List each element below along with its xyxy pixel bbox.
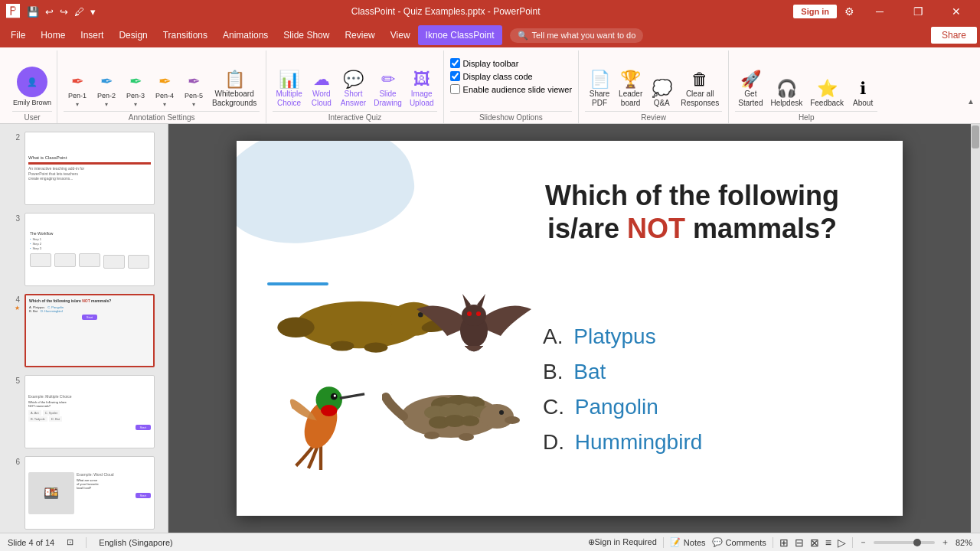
- share-pdf-button[interactable]: 📄 SharePDF: [585, 57, 614, 109]
- avatar-image: 👤: [17, 67, 47, 97]
- zoom-in-icon[interactable]: ＋: [941, 536, 949, 548]
- language-status[interactable]: English (Singapore): [99, 538, 173, 547]
- menu-file[interactable]: File: [3, 25, 33, 45]
- tell-me-bar[interactable]: 🔍 Tell me what you want to do: [510, 28, 644, 43]
- svg-point-17: [334, 394, 336, 396]
- display-toolbar-input[interactable]: [450, 58, 460, 68]
- close-button[interactable]: ✕: [939, 0, 974, 23]
- multiple-choice-button[interactable]: 📊 MultipleChoice: [273, 57, 305, 109]
- zoom-thumb[interactable]: [913, 539, 921, 546]
- about-button[interactable]: ℹ About: [848, 57, 877, 109]
- customize-icon[interactable]: 🖊: [72, 5, 87, 19]
- display-class-code-input[interactable]: [450, 71, 460, 81]
- menu-review[interactable]: Review: [337, 25, 382, 45]
- svg-point-12: [476, 311, 481, 316]
- status-separator-2: [663, 537, 664, 548]
- display-toolbar-label: Display toolbar: [463, 59, 519, 68]
- save-icon[interactable]: 💾: [24, 5, 41, 19]
- minimize-button[interactable]: ─: [862, 0, 897, 23]
- helpdesk-button[interactable]: 🎧 Helpdesk: [768, 57, 806, 109]
- short-answer-button[interactable]: 💬 ShortAnswer: [338, 57, 369, 109]
- qa-label: Q&A: [654, 99, 670, 108]
- slide-sorter-icon[interactable]: ⊠: [810, 536, 819, 549]
- reading-view-icon[interactable]: ▷: [838, 536, 846, 549]
- whiteboard-bg-button[interactable]: 📋 Whiteboard Backgrounds: [209, 57, 260, 109]
- slide-thumb-6[interactable]: 6 🍱 Example: Word Cloud What are someof …: [3, 455, 165, 531]
- slideshow-checkboxes: Display toolbar Display class code Enabl…: [450, 55, 572, 97]
- qa-button[interactable]: 💭 Q&A: [647, 57, 676, 109]
- status-separator-3: [773, 537, 773, 548]
- outline-view-icon[interactable]: ⊟: [795, 536, 804, 549]
- slide-image-5: Example: Multiple Choice Which of the fo…: [24, 375, 155, 448]
- redo-icon[interactable]: ↪: [57, 5, 70, 19]
- slide-num-4: 4: [9, 294, 20, 304]
- zoom-out-icon[interactable]: －: [859, 536, 867, 548]
- svg-point-3: [277, 318, 314, 337]
- slide-thumb-4[interactable]: 4 ★ Which of the following is/are NOT ma…: [3, 292, 165, 369]
- leaderboard-button[interactable]: 🏆 Leaderboard: [616, 57, 645, 109]
- clear-responses-button[interactable]: 🗑 Clear allResponses: [678, 57, 722, 109]
- answer-b: B. Bat: [543, 360, 702, 384]
- status-right: ⊕Sign in Required 📝 Notes 💬 Comments ⊞ ⊟…: [588, 536, 972, 549]
- slide-thumb-5[interactable]: 5 Example: Multiple Choice Which of the …: [3, 373, 165, 450]
- settings-icon[interactable]: ⚙: [840, 5, 859, 18]
- scrollbar-thumb[interactable]: [972, 126, 979, 148]
- menubar: File Home Insert Design Transitions Anim…: [0, 23, 980, 47]
- zoom-slider[interactable]: [874, 541, 935, 544]
- menu-insert[interactable]: Insert: [73, 25, 111, 45]
- normal-view-icon[interactable]: ⊞: [779, 536, 789, 549]
- word-cloud-button[interactable]: ☁ WordCloud: [307, 57, 336, 109]
- menu-view[interactable]: View: [383, 25, 418, 45]
- notes-button[interactable]: 📝 Notes: [670, 537, 706, 547]
- enable-audience-viewer-checkbox[interactable]: Enable audience slide viewer: [450, 84, 572, 94]
- right-scrollbar[interactable]: [971, 124, 980, 533]
- pen2-button[interactable]: ✒ Pen-2 ▾: [93, 57, 120, 109]
- share-pdf-icon: 📄: [590, 71, 610, 88]
- slide-thumb-2[interactable]: 2 What is ClassPoint An interactive teac…: [3, 130, 165, 207]
- pen1-label: Pen-1: [68, 92, 87, 99]
- dropdown-icon[interactable]: ▾: [88, 5, 98, 19]
- pen5-label: Pen-5: [185, 92, 203, 99]
- ribbon-collapse-button[interactable]: ▲: [965, 95, 977, 107]
- svg-point-33: [424, 432, 439, 439]
- slide-thumb-3[interactable]: 3 The Workflow • Step 1 • Step 2 • Step …: [3, 211, 165, 288]
- zoom-level[interactable]: 82%: [956, 538, 972, 547]
- user-avatar[interactable]: 👤 Emily Brown: [12, 64, 52, 109]
- display-class-code-checkbox[interactable]: Display class code: [450, 71, 572, 81]
- fit-to-window-icon[interactable]: ⊡: [67, 537, 74, 547]
- get-started-button[interactable]: 🚀 GetStarted: [735, 57, 766, 109]
- slide-drawing-button[interactable]: ✏ SlideDrawing: [371, 57, 405, 109]
- notes-view-icon[interactable]: ≡: [825, 536, 831, 549]
- pen2-icon: ✒: [100, 72, 113, 90]
- sign-in-required[interactable]: ⊕Sign in Required: [588, 537, 657, 547]
- undo-icon[interactable]: ↩: [43, 5, 56, 19]
- comments-button[interactable]: 💬 Comments: [712, 537, 766, 547]
- pen5-button[interactable]: ✒ Pen-5 ▾: [180, 57, 207, 109]
- window-title: ClassPoint - Quiz Examples.pptx - PowerP…: [98, 6, 793, 17]
- feedback-button[interactable]: ⭐ Feedback: [807, 57, 847, 109]
- menu-design[interactable]: Design: [111, 25, 155, 45]
- slide-panel[interactable]: 2 What is ClassPoint An interactive teac…: [0, 124, 168, 533]
- slide-num-2: 2: [9, 132, 20, 142]
- pen1-button[interactable]: ✒ Pen-1 ▾: [64, 57, 91, 109]
- restore-button[interactable]: ❐: [900, 0, 936, 23]
- answer-c: C. Pangolin: [543, 395, 702, 419]
- menu-animations[interactable]: Animations: [215, 25, 276, 45]
- clear-responses-label: Clear allResponses: [681, 90, 719, 108]
- slide-canvas: Which of the following is/are NOT mammal…: [237, 141, 903, 516]
- menu-classpoint[interactable]: Iknoe ClassPoint: [418, 25, 502, 45]
- image-upload-button[interactable]: 🖼 ImageUpload: [407, 57, 437, 109]
- avatar-initials: 👤: [27, 77, 38, 87]
- menu-slideshow[interactable]: Slide Show: [276, 25, 337, 45]
- pen3-button[interactable]: ✒ Pen-3 ▾: [122, 57, 149, 109]
- signin-button[interactable]: Sign in: [793, 5, 837, 18]
- slide-drawing-label: SlideDrawing: [374, 90, 402, 108]
- share-button[interactable]: Share: [931, 27, 977, 44]
- display-toolbar-checkbox[interactable]: Display toolbar: [450, 58, 572, 68]
- svg-point-29: [461, 416, 479, 426]
- menu-transitions[interactable]: Transitions: [155, 25, 215, 45]
- menu-home[interactable]: Home: [33, 25, 73, 45]
- qa-icon: 💭: [652, 80, 672, 97]
- enable-audience-input[interactable]: [450, 84, 460, 94]
- pen4-button[interactable]: ✒ Pen-4 ▾: [151, 57, 178, 109]
